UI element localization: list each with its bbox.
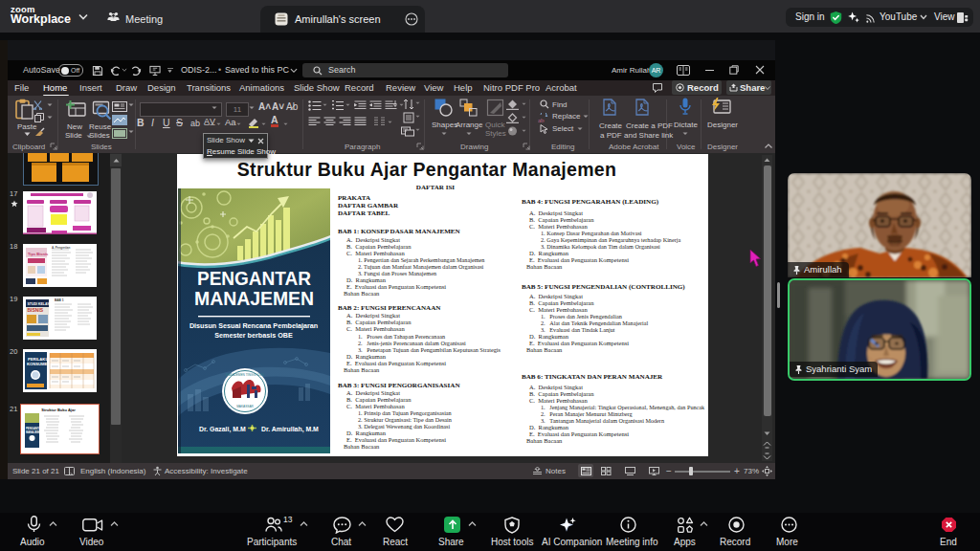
svg-text:A. Pengertian: A. Pengertian: [52, 246, 71, 250]
svg-text:BISNIS: BISNIS: [28, 307, 44, 313]
svg-text:MAKASSAR: MAKASSAR: [236, 405, 254, 408]
svg-text:MANAJEMEN: MANAJEMEN: [194, 287, 314, 309]
svg-text:Dr. Gazali, M.M: Dr. Gazali, M.M: [199, 426, 246, 433]
svg-text:BAB 1: BAB 1: [55, 298, 64, 302]
svg-text:ab: ab: [538, 117, 545, 123]
svg-text:Tips Bisnis: Tips Bisnis: [28, 252, 49, 256]
svg-text:Dr. Amirullah, M.M: Dr. Amirullah, M.M: [261, 426, 319, 433]
svg-text:KONSUMEN: KONSUMEN: [27, 362, 50, 366]
svg-text:Disusun Sesuai Rencana Pembela: Disusun Sesuai Rencana Pembelajaran: [189, 321, 318, 330]
svg-text:MANAJEMEN: MANAJEMEN: [26, 430, 43, 434]
svg-text:Struktur Buku Ajar: Struktur Buku Ajar: [41, 408, 76, 412]
svg-text:STUDI KELAYAKAN: STUDI KELAYAKAN: [28, 302, 59, 306]
svg-text:Semester berbasis OBE: Semester berbasis OBE: [214, 331, 293, 340]
svg-text:PENGANTAR: PENGANTAR: [197, 267, 311, 289]
svg-text:MANAJEMEN TINGGI ILMU: MANAJEMEN TINGGI ILMU: [226, 373, 265, 377]
